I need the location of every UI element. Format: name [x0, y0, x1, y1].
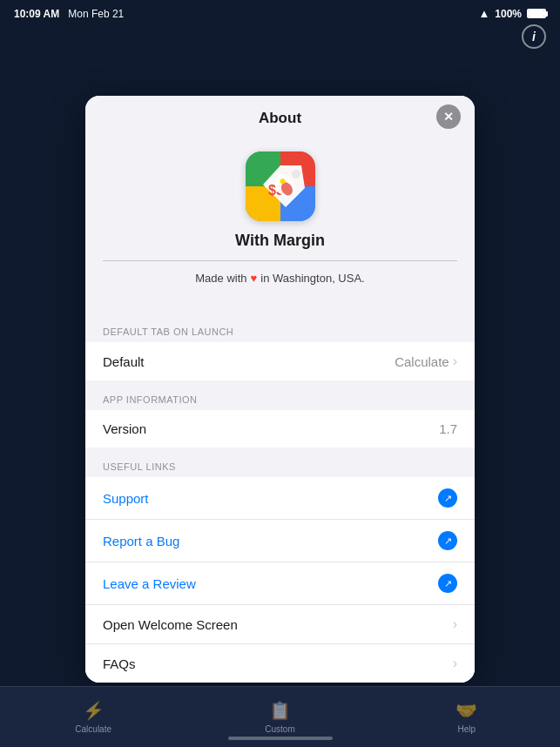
tab-calculate[interactable]: ⚡ Calculate: [0, 700, 186, 734]
battery-percent: 100%: [495, 8, 522, 20]
wifi-icon: ▲: [478, 7, 489, 20]
version-row: Version 1.7: [85, 410, 475, 448]
tagline-suffix: in Washington, USA.: [260, 272, 364, 285]
app-icon: $3: [246, 151, 315, 221]
close-button[interactable]: ✕: [436, 104, 461, 129]
support-label: Support: [103, 491, 149, 506]
made-with-text: Made with ♥ in Washington, USA.: [178, 261, 381, 295]
status-time: 10:09 AM: [14, 8, 59, 20]
info-button-top[interactable]: i: [522, 24, 546, 49]
custom-label: Custom: [265, 724, 294, 734]
heart-icon: ♥: [251, 272, 258, 285]
support-row[interactable]: Support ↗: [85, 477, 475, 520]
app-info-group: Version 1.7: [85, 410, 475, 448]
section-label-useful-links: USEFUL LINKS: [85, 448, 475, 477]
version-value: 1.7: [439, 421, 457, 436]
faqs-row[interactable]: FAQs ›: [85, 644, 475, 683]
faqs-label: FAQs: [103, 656, 136, 671]
tab-custom[interactable]: 📋 Custom: [186, 700, 373, 734]
report-bug-label: Report a Bug: [103, 534, 179, 548]
help-icon: 🤝: [455, 700, 477, 721]
welcome-screen-label: Open Welcome Screen: [103, 617, 238, 632]
home-indicator: [228, 737, 333, 740]
welcome-screen-row[interactable]: Open Welcome Screen ›: [85, 605, 475, 644]
custom-icon: 📋: [269, 700, 291, 721]
chevron-icon-faqs: ›: [453, 656, 457, 671]
default-tab-row[interactable]: Default Calculate ›: [85, 342, 475, 380]
default-tab-label: Default: [103, 354, 145, 369]
modal-header: About ✕: [85, 96, 475, 138]
external-link-icon: ↗: [438, 488, 457, 508]
app-name: With Margin: [235, 232, 325, 250]
tab-help[interactable]: 🤝 Help: [374, 700, 560, 734]
status-bar: 10:09 AM Mon Feb 21 ▲ 100%: [0, 0, 560, 27]
calculate-icon: ⚡: [83, 700, 105, 721]
close-icon: ✕: [443, 110, 454, 124]
external-link-icon-2: ↗: [438, 531, 457, 550]
calculate-label: Calculate: [75, 724, 111, 734]
useful-links-group: Support ↗ Report a Bug ↗ Leave a Review …: [85, 477, 475, 683]
chevron-icon: ›: [453, 353, 457, 369]
info-icon: i: [532, 30, 536, 44]
status-day: Mon Feb 21: [68, 8, 124, 20]
status-icons: ▲ 100%: [478, 7, 546, 20]
app-icon-section: $3 With Margin Made with ♥ in Washington…: [85, 138, 475, 313]
chevron-icon-welcome: ›: [453, 616, 457, 632]
leave-review-label: Leave a Review: [103, 576, 196, 591]
default-tab-group: Default Calculate ›: [85, 342, 475, 380]
section-label-default-tab: DEFAULT TAB ON LAUNCH: [85, 313, 475, 342]
section-label-app-info: APP INFORMATION: [85, 380, 475, 410]
modal-title: About: [259, 110, 301, 127]
help-label: Help: [458, 724, 476, 734]
tagline-prefix: Made with: [195, 272, 246, 285]
default-tab-value: Calculate ›: [395, 353, 457, 369]
version-label: Version: [103, 421, 146, 436]
external-link-icon-3: ↗: [438, 574, 457, 593]
report-bug-row[interactable]: Report a Bug ↗: [85, 520, 475, 562]
about-modal: About ✕ $3: [85, 96, 475, 683]
status-time-area: 10:09 AM Mon Feb 21: [14, 8, 124, 20]
leave-review-row[interactable]: Leave a Review ↗: [85, 562, 475, 605]
svg-point-5: [292, 170, 300, 178]
battery-icon: [527, 9, 546, 18]
